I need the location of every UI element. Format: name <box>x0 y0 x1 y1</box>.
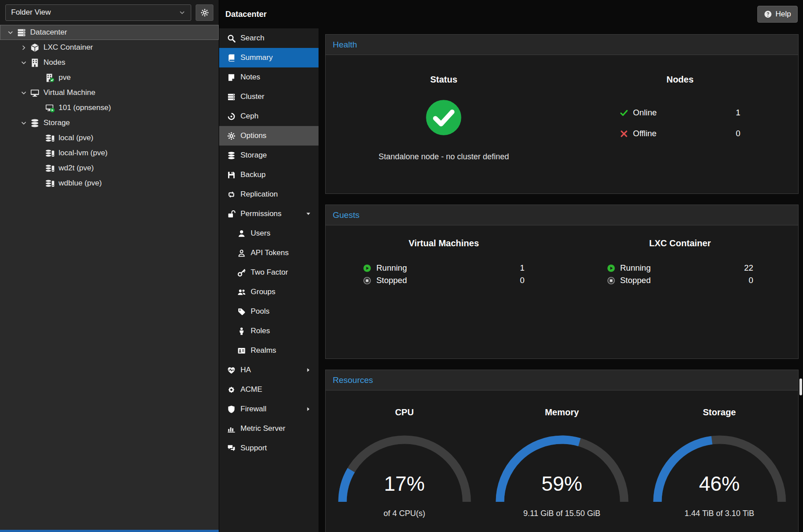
scrollbar-thumb[interactable] <box>799 378 802 395</box>
stop-circle-icon <box>607 276 615 285</box>
nav-item-storage[interactable]: Storage <box>219 146 319 165</box>
cluster-status-message: Standalone node - no cluster defined <box>378 152 509 162</box>
nav-item-cluster[interactable]: Cluster <box>219 87 319 106</box>
lxc-stopped-label: Stopped <box>620 276 651 285</box>
tree-item-nodes[interactable]: Nodes <box>0 55 219 70</box>
nav-item-users[interactable]: Users <box>219 224 319 243</box>
nodes-offline-value: 0 <box>736 129 740 138</box>
resources-panel-header: Resources <box>326 370 798 390</box>
guests-panel-title: Guests <box>333 210 359 220</box>
heartbeat-icon <box>227 366 236 374</box>
play-circle-icon <box>363 264 371 272</box>
nav-item-summary[interactable]: Summary <box>219 48 319 67</box>
proxmox-app: Folder View DatacenterLXC ContainerNodes… <box>0 0 803 532</box>
nav-item-realms[interactable]: Realms <box>219 341 319 360</box>
nav-item-ha[interactable]: HA <box>219 360 319 380</box>
nav-item-label: ACME <box>240 385 262 394</box>
tree-item-datacenter[interactable]: Datacenter <box>0 25 219 40</box>
nav-item-label: Options <box>240 131 267 140</box>
tree-item-pve[interactable]: pve <box>0 70 219 85</box>
shield-icon <box>227 405 236 414</box>
tree-item-label: 101 (opnsense) <box>59 103 111 112</box>
desktop-play-icon <box>45 103 55 113</box>
tree-item-101-opnsense[interactable]: 101 (opnsense) <box>0 100 219 115</box>
nav-item-pools[interactable]: Pools <box>219 302 319 321</box>
nav-item-backup[interactable]: Backup <box>219 165 319 185</box>
page-title: Datacenter <box>225 10 267 19</box>
nodes-online-value: 1 <box>736 108 740 118</box>
nodes-offline-row: Offline 0 <box>620 129 740 138</box>
cpu-percent: 17% <box>338 472 471 496</box>
content-scrollbar[interactable] <box>799 28 803 532</box>
key-icon <box>237 268 246 277</box>
nav-item-metric-server[interactable]: Metric Server <box>219 419 319 438</box>
nav-item-replication[interactable]: Replication <box>219 185 319 204</box>
resources-panel-body: CPU 17% of 4 CPU(s) Memory <box>326 390 798 532</box>
health-panel-body: Status Standalone node - no cluster defi… <box>326 55 798 193</box>
nav-item-label: Storage <box>240 151 267 160</box>
tree-item-local-lvm-pve[interactable]: local-lvm (pve) <box>0 146 219 161</box>
person-icon <box>237 327 246 335</box>
nav-item-permissions[interactable]: Permissions <box>219 204 319 224</box>
chevron-down-icon[interactable] <box>20 59 27 66</box>
tree-item-local-pve[interactable]: local (pve) <box>0 130 219 146</box>
nav-item-support[interactable]: Support <box>219 438 319 458</box>
nodes-status-column: Nodes Online 1 Offline 0 <box>562 55 799 193</box>
workspace: Datacenter Help SearchSummaryNotesCluste… <box>219 0 803 532</box>
chevron-down-icon[interactable] <box>7 29 14 36</box>
chevron-right-icon[interactable] <box>20 44 27 51</box>
nav-item-label: Search <box>240 34 264 43</box>
unlock-icon <box>227 210 236 218</box>
chevron-down-icon[interactable] <box>20 120 27 126</box>
status-heading: Status <box>430 75 457 85</box>
health-panel: Health Status Standalone node - no clust… <box>325 34 799 194</box>
tree-item-wd2t-pve[interactable]: wd2t (pve) <box>0 161 219 176</box>
memory-gauge: Memory 59% 9.11 GiB of 15.50 GiB <box>483 390 641 532</box>
check-circle-icon <box>425 99 462 136</box>
tree-item-wdblue-pve[interactable]: wdblue (pve) <box>0 176 219 191</box>
nav-item-api-tokens[interactable]: API Tokens <box>219 243 319 263</box>
nav-item-label: Notes <box>240 73 260 82</box>
nav-item-roles[interactable]: Roles <box>219 321 319 341</box>
tree-item-label: Virtual Machine <box>43 88 95 97</box>
nav-item-ceph[interactable]: Ceph <box>219 106 319 126</box>
main-header: Datacenter Help <box>219 0 803 28</box>
view-mode-select[interactable]: Folder View <box>5 4 191 21</box>
guests-panel-body: Virtual Machines Running 1 Stopped <box>326 225 798 359</box>
tree-item-label: wd2t (pve) <box>59 164 94 173</box>
help-button[interactable]: Help <box>757 6 798 23</box>
tree-toolbar: Folder View <box>0 0 219 25</box>
nav-item-options[interactable]: Options <box>219 126 319 146</box>
check-icon <box>620 109 628 117</box>
nav-item-search[interactable]: Search <box>219 28 319 48</box>
tree-item-storage[interactable]: Storage <box>0 115 219 130</box>
cpu-heading: CPU <box>395 407 413 418</box>
nodes-online-row: Online 1 <box>620 108 740 118</box>
tree-item-virtual-machine[interactable]: Virtual Machine <box>0 85 219 100</box>
tree-bottom-accent <box>0 530 219 532</box>
tree-item-lxc-container[interactable]: LXC Container <box>0 40 219 55</box>
nav-item-notes[interactable]: Notes <box>219 67 319 87</box>
nav-item-two-factor[interactable]: Two Factor <box>219 263 319 282</box>
storage-heading: Storage <box>703 407 736 418</box>
note-icon <box>227 73 236 82</box>
gear-icon <box>227 132 236 140</box>
nav-item-label: Roles <box>251 327 270 335</box>
stop-circle-icon <box>363 276 371 285</box>
disks-icon <box>227 151 236 160</box>
chevron-down-icon[interactable] <box>20 90 27 96</box>
cube-icon <box>30 43 39 52</box>
ceph-icon <box>227 112 236 121</box>
tree-settings-button[interactable] <box>196 4 213 21</box>
nav-item-acme[interactable]: ACME <box>219 380 319 399</box>
memory-percent: 59% <box>496 472 629 496</box>
nav-item-firewall[interactable]: Firewall <box>219 399 319 419</box>
nav-item-groups[interactable]: Groups <box>219 282 319 302</box>
tree-item-label: LXC Container <box>43 43 93 52</box>
guests-panel-header: Guests <box>326 205 798 225</box>
tree-item-label: Datacenter <box>30 28 67 37</box>
vm-guest-rows: Running 1 Stopped 0 <box>363 263 524 285</box>
workspace-body: SearchSummaryNotesClusterCephOptionsStor… <box>219 28 803 532</box>
nav-item-label: Pools <box>251 307 270 316</box>
replicate-icon <box>227 190 236 199</box>
